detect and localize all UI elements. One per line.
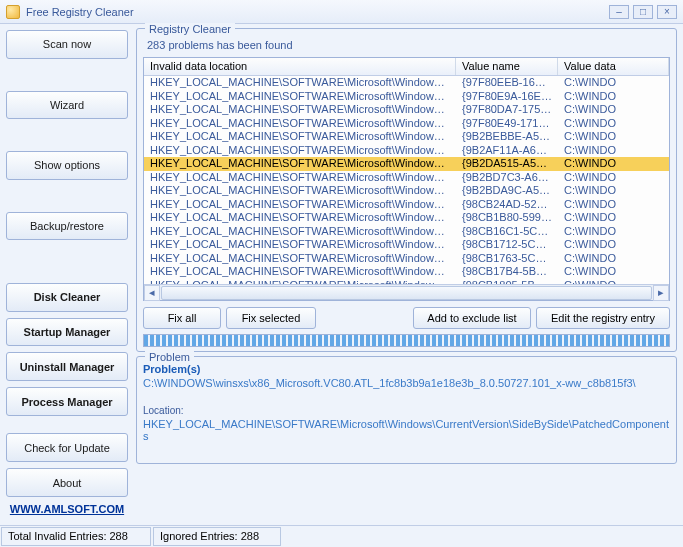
wizard-button[interactable]: Wizard: [6, 91, 128, 120]
problem-group-title: Problem: [145, 351, 194, 363]
startup-manager-button[interactable]: Startup Manager: [6, 318, 128, 347]
scan-now-button[interactable]: Scan now: [6, 30, 128, 59]
cell-valuedata: C:\WINDO: [558, 252, 669, 266]
add-exclude-button[interactable]: Add to exclude list: [413, 307, 531, 329]
cell-location: HKEY_LOCAL_MACHINE\SOFTWARE\Microsoft\Wi…: [144, 117, 456, 131]
cell-valuename: {97F80E49-1711-D...: [456, 117, 558, 131]
group-title: Registry Cleaner: [145, 23, 235, 35]
scroll-left-icon[interactable]: ◂: [144, 285, 160, 301]
cell-valuedata: C:\WINDO: [558, 130, 669, 144]
app-icon: [6, 5, 20, 19]
disk-cleaner-button[interactable]: Disk Cleaner: [6, 283, 128, 312]
problem-group: Problem Problem(s) C:\WINDOWS\winsxs\x86…: [136, 356, 677, 464]
cell-valuedata: C:\WINDO: [558, 265, 669, 279]
problem-heading: Problem(s): [143, 363, 670, 375]
table-row[interactable]: HKEY_LOCAL_MACHINE\SOFTWARE\Microsoft\Wi…: [144, 117, 669, 131]
process-manager-button[interactable]: Process Manager: [6, 387, 128, 416]
close-button[interactable]: ×: [657, 5, 677, 19]
progress-bar: [143, 334, 670, 347]
edit-entry-button[interactable]: Edit the registry entry: [536, 307, 670, 329]
uninstall-manager-button[interactable]: Uninstall Manager: [6, 352, 128, 381]
titlebar: Free Registry Cleaner – □ ×: [0, 0, 683, 24]
table-row[interactable]: HKEY_LOCAL_MACHINE\SOFTWARE\Microsoft\Wi…: [144, 144, 669, 158]
table-row[interactable]: HKEY_LOCAL_MACHINE\SOFTWARE\Microsoft\Wi…: [144, 252, 669, 266]
cell-valuename: {9B2AF11A-A683-1...: [456, 144, 558, 158]
cell-valuedata: C:\WINDO: [558, 76, 669, 90]
fix-selected-button[interactable]: Fix selected: [226, 307, 316, 329]
cell-valuename: {97F80E9A-16ED-D...: [456, 90, 558, 104]
show-options-button[interactable]: Show options: [6, 151, 128, 180]
website-link[interactable]: WWW.AMLSOFT.COM: [6, 503, 128, 515]
cell-valuename: {97F80DA7-1759-D...: [456, 103, 558, 117]
cell-valuename: {9B2DA515-A5D5-1...: [456, 157, 558, 171]
problem-location-label: Location:: [143, 405, 670, 416]
table-row[interactable]: HKEY_LOCAL_MACHINE\SOFTWARE\Microsoft\Wi…: [144, 211, 669, 225]
cell-location: HKEY_LOCAL_MACHINE\SOFTWARE\Microsoft\Wi…: [144, 90, 456, 104]
cell-location: HKEY_LOCAL_MACHINE\SOFTWARE\Microsoft\Wi…: [144, 265, 456, 279]
cell-valuename: {98CB17B4-5BE9-D...: [456, 265, 558, 279]
table-row[interactable]: HKEY_LOCAL_MACHINE\SOFTWARE\Microsoft\Wi…: [144, 157, 669, 171]
table-row[interactable]: HKEY_LOCAL_MACHINE\SOFTWARE\Microsoft\Wi…: [144, 171, 669, 185]
cell-location: HKEY_LOCAL_MACHINE\SOFTWARE\Microsoft\Wi…: [144, 211, 456, 225]
cell-location: HKEY_LOCAL_MACHINE\SOFTWARE\Microsoft\Wi…: [144, 144, 456, 158]
cell-valuename: {98CB24AD-52FB-D...: [456, 198, 558, 212]
sidebar: Scan now Wizard Show options Backup/rest…: [0, 24, 134, 523]
cell-location: HKEY_LOCAL_MACHINE\SOFTWARE\Microsoft\Wi…: [144, 157, 456, 171]
cell-valuedata: C:\WINDO: [558, 144, 669, 158]
fix-all-button[interactable]: Fix all: [143, 307, 221, 329]
statusbar: Total Invalid Entries: 288 Ignored Entri…: [0, 525, 683, 547]
cell-valuename: {97F80EEB-16C9-D...: [456, 76, 558, 90]
cell-location: HKEY_LOCAL_MACHINE\SOFTWARE\Microsoft\Wi…: [144, 184, 456, 198]
cell-valuedata: C:\WINDO: [558, 117, 669, 131]
table-row[interactable]: HKEY_LOCAL_MACHINE\SOFTWARE\Microsoft\Wi…: [144, 103, 669, 117]
table-row[interactable]: HKEY_LOCAL_MACHINE\SOFTWARE\Microsoft\Wi…: [144, 130, 669, 144]
cell-location: HKEY_LOCAL_MACHINE\SOFTWARE\Microsoft\Wi…: [144, 130, 456, 144]
table-row[interactable]: HKEY_LOCAL_MACHINE\SOFTWARE\Microsoft\Wi…: [144, 184, 669, 198]
cell-valuedata: C:\WINDO: [558, 103, 669, 117]
table-row[interactable]: HKEY_LOCAL_MACHINE\SOFTWARE\Microsoft\Wi…: [144, 76, 669, 90]
cell-valuedata: C:\WINDO: [558, 171, 669, 185]
list-header: Invalid data location Value name Value d…: [144, 58, 669, 76]
table-row[interactable]: HKEY_LOCAL_MACHINE\SOFTWARE\Microsoft\Wi…: [144, 225, 669, 239]
maximize-button[interactable]: □: [633, 5, 653, 19]
list-body[interactable]: HKEY_LOCAL_MACHINE\SOFTWARE\Microsoft\Wi…: [144, 76, 669, 284]
cell-location: HKEY_LOCAL_MACHINE\SOFTWARE\Microsoft\Wi…: [144, 238, 456, 252]
results-list: Invalid data location Value name Value d…: [143, 57, 670, 301]
cell-valuename: {9B2BD7C3-A669-1...: [456, 171, 558, 185]
table-row[interactable]: HKEY_LOCAL_MACHINE\SOFTWARE\Microsoft\Wi…: [144, 90, 669, 104]
check-update-button[interactable]: Check for Update: [6, 433, 128, 462]
cell-valuename: {98CB1763-5C0D-D...: [456, 252, 558, 266]
problem-location: HKEY_LOCAL_MACHINE\SOFTWARE\Microsoft\Wi…: [143, 418, 670, 442]
cell-location: HKEY_LOCAL_MACHINE\SOFTWARE\Microsoft\Wi…: [144, 252, 456, 266]
backup-restore-button[interactable]: Backup/restore: [6, 212, 128, 241]
status-ignored: Ignored Entries: 288: [153, 527, 281, 546]
col-valuedata[interactable]: Value data: [558, 58, 669, 75]
cell-valuename: {98CB1B80-5997-D...: [456, 211, 558, 225]
cell-location: HKEY_LOCAL_MACHINE\SOFTWARE\Microsoft\Wi…: [144, 198, 456, 212]
status-text: 283 problems has been found: [147, 39, 670, 51]
cell-location: HKEY_LOCAL_MACHINE\SOFTWARE\Microsoft\Wi…: [144, 76, 456, 90]
col-location[interactable]: Invalid data location: [144, 58, 456, 75]
col-valuename[interactable]: Value name: [456, 58, 558, 75]
window-title: Free Registry Cleaner: [26, 6, 605, 18]
cell-location: HKEY_LOCAL_MACHINE\SOFTWARE\Microsoft\Wi…: [144, 103, 456, 117]
cell-valuename: {9B2BEBBE-A5B8-D...: [456, 130, 558, 144]
table-row[interactable]: HKEY_LOCAL_MACHINE\SOFTWARE\Microsoft\Wi…: [144, 198, 669, 212]
cell-valuename: {98CB1712-5C31-D...: [456, 238, 558, 252]
problem-path: C:\WINDOWS\winsxs\x86_Microsoft.VC80.ATL…: [143, 377, 670, 389]
horizontal-scrollbar[interactable]: ◂ ▸: [144, 284, 669, 300]
cell-valuename: {9B2BDA9C-A525-1...: [456, 184, 558, 198]
about-button[interactable]: About: [6, 468, 128, 497]
minimize-button[interactable]: –: [609, 5, 629, 19]
scroll-thumb[interactable]: [161, 286, 652, 300]
cell-valuedata: C:\WINDO: [558, 90, 669, 104]
cell-valuedata: C:\WINDO: [558, 211, 669, 225]
status-total: Total Invalid Entries: 288: [1, 527, 151, 546]
cell-valuedata: C:\WINDO: [558, 157, 669, 171]
table-row[interactable]: HKEY_LOCAL_MACHINE\SOFTWARE\Microsoft\Wi…: [144, 265, 669, 279]
table-row[interactable]: HKEY_LOCAL_MACHINE\SOFTWARE\Microsoft\Wi…: [144, 238, 669, 252]
cell-location: HKEY_LOCAL_MACHINE\SOFTWARE\Microsoft\Wi…: [144, 225, 456, 239]
scroll-right-icon[interactable]: ▸: [653, 285, 669, 301]
registry-cleaner-group: Registry Cleaner 283 problems has been f…: [136, 28, 677, 352]
cell-valuedata: C:\WINDO: [558, 184, 669, 198]
